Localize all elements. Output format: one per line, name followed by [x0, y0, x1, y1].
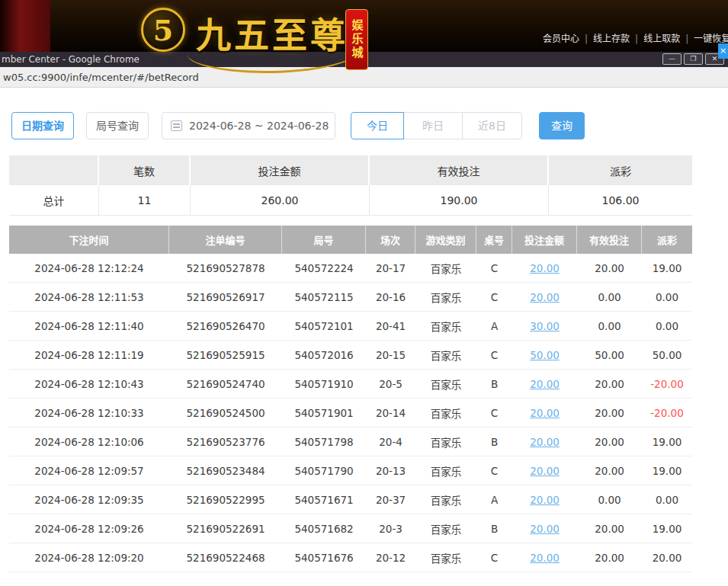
- table-row: 2024-06-28 12:12:24521690527878540572224…: [9, 254, 692, 283]
- bet-amount-link[interactable]: 20.00: [512, 543, 577, 572]
- bet-id: 521690526470: [169, 312, 282, 340]
- summary-column-header: 投注金额: [191, 155, 370, 185]
- payout: 0.00: [642, 312, 692, 340]
- table-no: C: [476, 254, 512, 282]
- bet-amount-link[interactable]: 20.00: [512, 254, 577, 282]
- game-type: 百家乐: [415, 543, 476, 572]
- bet-time: 2024-06-28 12:11:40: [9, 312, 169, 340]
- round-query-tab[interactable]: 局号查询: [86, 112, 149, 139]
- valid-bet: 0.00: [577, 312, 642, 340]
- nav-link[interactable]: 线上存款: [593, 34, 630, 44]
- bet-time: 2024-06-28 12:10:06: [9, 427, 169, 456]
- bet-time: 2024-06-28 12:11:53: [9, 283, 169, 311]
- column-header: 游戏类别: [415, 226, 476, 254]
- round-id: 540571671: [282, 485, 366, 514]
- valid-bet: 50.00: [577, 341, 642, 369]
- site-logo: 5 九五至尊 娱乐城: [141, 3, 377, 76]
- bet-time: 2024-06-28 12:11:19: [9, 341, 169, 369]
- session: 20-4: [366, 427, 415, 456]
- table-no: A: [476, 485, 512, 514]
- main-content: 日期查询 局号查询 2024-06-28 ~ 2024-06-28 今日昨日近8…: [0, 88, 728, 586]
- payout: 0.00: [642, 485, 692, 514]
- column-header: 桌号: [476, 226, 512, 254]
- table-row: 2024-06-28 12:09:20521690522468540571676…: [9, 543, 692, 572]
- table-no: A: [476, 312, 512, 340]
- table-no: C: [476, 283, 512, 311]
- bet-amount-link[interactable]: 30.00: [512, 312, 577, 340]
- table-row: 2024-06-28 12:09:26521690522691540571682…: [9, 514, 692, 543]
- bet-id: 521690522691: [169, 514, 282, 543]
- bet-amount-link[interactable]: 20.00: [512, 427, 577, 456]
- quick-range-button[interactable]: 昨日: [403, 112, 463, 139]
- bet-amount-link[interactable]: 20.00: [512, 456, 577, 485]
- round-id: 540572224: [282, 254, 366, 282]
- bet-record-table: 下注时间注单编号局号场次游戏类别桌号投注金额有效投注派彩 2024-06-28 …: [9, 226, 692, 572]
- summary-total-row: 总计11260.00190.00106.00: [9, 185, 692, 216]
- nav-separator: |: [585, 34, 588, 44]
- nav-link[interactable]: 一键恢复: [694, 34, 728, 44]
- date-range-input[interactable]: 2024-06-28 ~ 2024-06-28: [162, 112, 335, 139]
- table-no: B: [476, 514, 512, 543]
- window-controls: — ❐ ✕: [662, 53, 724, 65]
- table-row: 2024-06-28 12:11:19521690525915540572016…: [9, 341, 692, 370]
- logo-badge: 娱乐城: [345, 9, 368, 70]
- game-type: 百家乐: [415, 341, 476, 369]
- bet-amount-link[interactable]: 20.00: [512, 370, 577, 398]
- valid-bet: 0.00: [577, 283, 642, 311]
- bet-id: 521690523484: [169, 456, 282, 485]
- nav-link[interactable]: 会员中心: [543, 34, 579, 44]
- column-header: 注单编号: [169, 226, 282, 254]
- date-query-tab[interactable]: 日期查询: [11, 112, 74, 139]
- nav-separator: |: [685, 34, 688, 44]
- valid-bet: 20.00: [577, 427, 642, 456]
- payout: 19.00: [642, 456, 692, 485]
- bet-amount-link[interactable]: 20.00: [512, 283, 577, 311]
- minimize-button[interactable]: —: [662, 53, 681, 65]
- search-button[interactable]: 查询: [539, 112, 585, 139]
- corner-close-button[interactable]: ×: [718, 43, 728, 59]
- bet-id: 521690522995: [169, 485, 282, 514]
- bet-id: 521690523776: [169, 427, 282, 456]
- round-id: 540571676: [282, 543, 366, 572]
- column-header: 派彩: [642, 226, 692, 254]
- summary-total-cell: 总计: [9, 185, 99, 215]
- bet-amount-link[interactable]: 20.00: [512, 485, 577, 514]
- session: 20-3: [366, 514, 415, 543]
- valid-bet: 20.00: [577, 370, 642, 398]
- payout: 19.00: [642, 514, 692, 543]
- payout: 19.00: [642, 254, 692, 282]
- column-header: 下注时间: [9, 226, 169, 254]
- quick-range-button[interactable]: 近8日: [462, 112, 522, 139]
- bet-time: 2024-06-28 12:09:57: [9, 456, 169, 485]
- bet-amount-link[interactable]: 20.00: [512, 514, 577, 543]
- maximize-button[interactable]: ❐: [684, 53, 703, 65]
- bet-time: 2024-06-28 12:09:26: [9, 514, 169, 543]
- table-row: 2024-06-28 12:09:35521690522995540571671…: [9, 485, 692, 514]
- bet-amount-link[interactable]: 20.00: [512, 399, 577, 427]
- payout: -20.00: [642, 370, 692, 398]
- bet-amount-link[interactable]: 50.00: [512, 341, 577, 369]
- nav-link[interactable]: 线上取款: [643, 34, 680, 44]
- table-no: C: [476, 399, 512, 427]
- game-type: 百家乐: [415, 485, 476, 514]
- calendar-icon: [171, 120, 182, 131]
- bet-id: 521690525915: [169, 341, 282, 369]
- summary-table: 笔数投注金额有效投注派彩 总计11260.00190.00106.00: [9, 155, 692, 216]
- bet-time: 2024-06-28 12:09:35: [9, 485, 169, 514]
- payout: 19.00: [642, 427, 692, 456]
- summary-total-cell: 106.00: [549, 185, 692, 215]
- table-row: 2024-06-28 12:11:53521690526917540572115…: [9, 283, 692, 312]
- quick-range-button[interactable]: 今日: [351, 112, 404, 139]
- logo-emblem-icon: 5: [141, 8, 185, 52]
- summary-column-header: 有效投注: [370, 155, 549, 185]
- column-header: 局号: [282, 226, 366, 254]
- bet-time: 2024-06-28 12:10:33: [9, 399, 169, 427]
- quick-range-group: 今日昨日近8日: [351, 112, 522, 139]
- session: 20-5: [366, 370, 415, 398]
- summary-total-cell: 11: [99, 185, 191, 215]
- bet-table-body: 2024-06-28 12:12:24521690527878540572224…: [9, 254, 692, 572]
- valid-bet: 20.00: [577, 399, 642, 427]
- session: 20-37: [366, 485, 415, 514]
- session: 20-41: [366, 312, 415, 340]
- bet-time: 2024-06-28 12:12:24: [9, 254, 169, 282]
